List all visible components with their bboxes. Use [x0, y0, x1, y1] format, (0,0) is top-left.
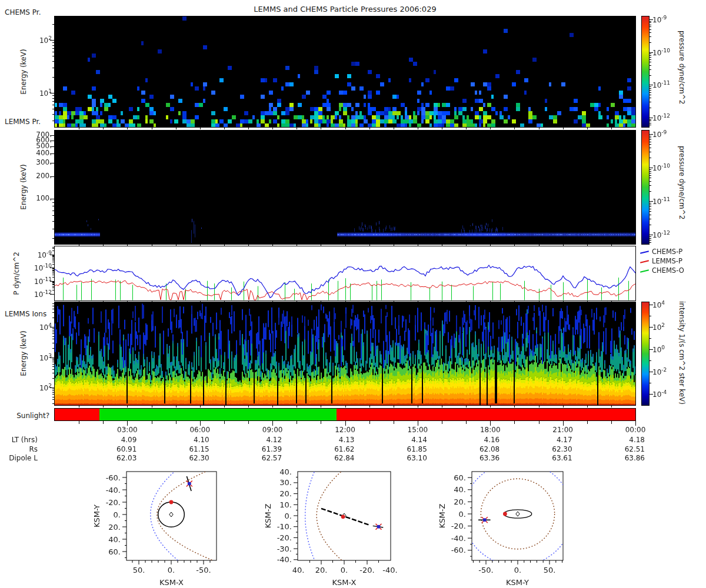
axis-tick [650, 394, 653, 395]
axis-tick [650, 85, 653, 85]
axis-tick [200, 421, 201, 426]
axis-tick [442, 406, 442, 407]
ephemeris-value: 4.10 [172, 436, 209, 444]
axis-tick [650, 142, 651, 142]
ions-spectrogram-canvas [55, 302, 635, 405]
axis-tick [650, 119, 651, 120]
axis-tick [650, 108, 651, 108]
axis-tick [650, 338, 651, 339]
x-tick-label: 0. [341, 566, 348, 574]
axis-tick [650, 205, 651, 205]
axis-tick [345, 421, 346, 426]
y-axis-title-xz: KSM-Z [264, 504, 272, 529]
time-tick-label: 00:00 [617, 426, 654, 434]
chems-colorbar [641, 16, 650, 128]
y-tick-label: -40. [277, 555, 292, 564]
ephemeris-value: 4.12 [244, 436, 282, 444]
axis-tick [650, 144, 651, 145]
axis-tick [103, 128, 104, 129]
y-tick-label: 30. [279, 478, 292, 487]
axis-tick [611, 421, 612, 424]
time-tick-label: 03:00 [108, 426, 146, 434]
x-axis-title-xy: KSM-X [159, 578, 184, 587]
ephemeris-value: 63.61 [535, 454, 572, 462]
chems-panel-label: CHEMS Pr. [5, 8, 41, 16]
sunlight-bar [55, 409, 635, 420]
axis-tick [224, 421, 225, 424]
axis-tick [587, 406, 588, 407]
axis-tick [650, 52, 653, 53]
y-tick-label: 40. [279, 467, 292, 476]
axis-tick [369, 128, 370, 129]
y-tick-label: -40. [106, 486, 121, 495]
ephemeris-row-label: Rs [0, 445, 38, 453]
axis-tick [152, 406, 152, 407]
axis-tick [563, 128, 564, 129]
axis-tick [514, 421, 515, 424]
axis-tick [369, 421, 370, 424]
axis-tick [650, 123, 651, 123]
axis-tick [650, 121, 651, 121]
axis-tick [442, 421, 442, 424]
axis-tick [650, 173, 651, 173]
axis-tick [466, 421, 467, 424]
ions-colorbar [641, 302, 650, 406]
axis-tick [248, 421, 249, 424]
legend-label: CHEMS-O [652, 266, 684, 275]
y-tick-label: 20. [108, 523, 121, 532]
axis-tick [650, 168, 653, 168]
y-tick-label: -60. [451, 546, 466, 554]
sunlight-segment-shadow [337, 409, 635, 420]
spacecraft-marker [188, 482, 191, 486]
axis-tick [650, 148, 651, 148]
axis-tick [418, 128, 418, 129]
axis-tick [418, 406, 418, 407]
axis-tick [321, 406, 321, 407]
axis-tick [650, 206, 651, 207]
axis-tick [650, 55, 651, 56]
axis-tick [650, 238, 651, 239]
axis-tick [650, 242, 651, 243]
axis-tick [490, 128, 491, 129]
axis-tick [650, 136, 651, 136]
legend-label: CHEMS-P [652, 248, 682, 256]
axis-tick [650, 305, 653, 305]
axis-tick [650, 203, 651, 203]
axis-tick [466, 128, 467, 129]
axis-tick [103, 406, 104, 407]
y-tick-label: -10. [277, 522, 292, 531]
ephemeris-value: 4.14 [389, 436, 427, 444]
titan-marker [341, 514, 345, 519]
axis-tick [466, 406, 467, 407]
axis-tick [127, 406, 128, 407]
titan-marker [169, 500, 174, 505]
axis-tick [650, 118, 653, 118]
ephemeris-value: 63.10 [389, 454, 427, 462]
y-tick-label: 700. [18, 131, 52, 139]
axis-tick [650, 236, 651, 237]
axis-tick [248, 128, 249, 129]
y-tick-label: 0. [285, 512, 292, 520]
x-tick-label: 20. [315, 566, 328, 574]
colorbar-tick-label: 102 [652, 322, 665, 332]
axis-tick [650, 90, 651, 91]
axis-tick [490, 406, 491, 407]
y-tick-label: 10. [279, 500, 292, 509]
ephemeris-value: 4.18 [607, 436, 645, 444]
plot-page: LEMMS and CHEMS Particle Pressures 2006:… [0, 0, 706, 588]
axis-tick [611, 406, 612, 407]
axis-tick [394, 128, 394, 129]
axis-tick [200, 128, 201, 129]
axis-tick [127, 421, 128, 426]
axis-tick [650, 54, 651, 54]
sunlight-segment-sunlit [99, 409, 337, 420]
bow_shock-curve [151, 465, 182, 563]
ephemeris-value: 61.39 [244, 445, 282, 453]
axis-tick [650, 88, 651, 89]
legend-line-CHEMS-P [640, 250, 649, 254]
axis-tick [272, 128, 273, 129]
ephemeris-value: 61.85 [389, 445, 427, 453]
axis-tick [650, 235, 653, 235]
axis-tick [650, 185, 651, 186]
x-tick-label: 40. [292, 566, 305, 574]
